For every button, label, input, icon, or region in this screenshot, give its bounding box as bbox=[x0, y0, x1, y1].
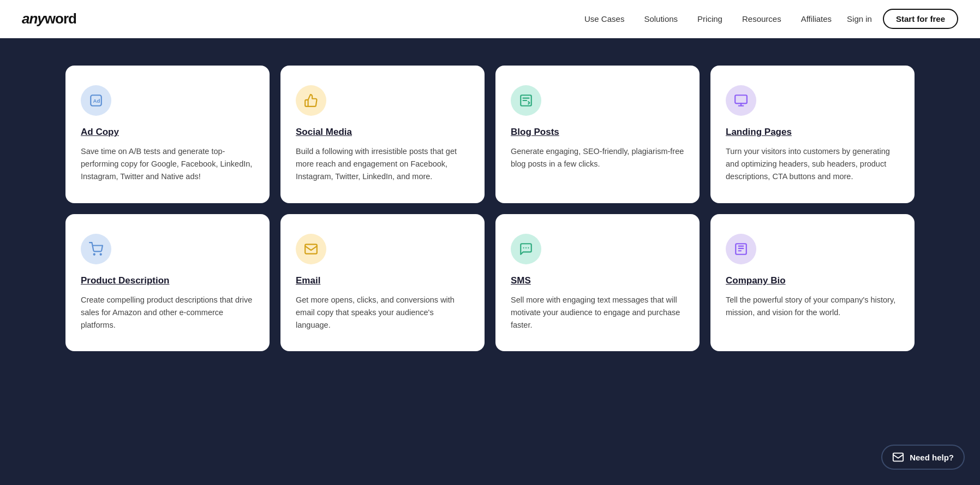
card-social-media: Social MediaBuild a following with irres… bbox=[280, 66, 485, 203]
ad-copy-icon-wrap: Ad bbox=[81, 85, 111, 116]
social-media-icon-wrap bbox=[296, 85, 326, 116]
blog-posts-icon-wrap bbox=[511, 85, 541, 116]
card-company-bio: Company BioTell the powerful story of yo… bbox=[710, 214, 915, 352]
company-bio-description: Tell the powerful story of your company'… bbox=[726, 294, 899, 319]
nav-solutions[interactable]: Solutions bbox=[644, 14, 678, 23]
blog-posts-description: Generate engaging, SEO-friendly, plagiar… bbox=[511, 145, 684, 170]
social-media-title[interactable]: Social Media bbox=[296, 127, 469, 138]
landing-pages-icon-wrap bbox=[726, 85, 756, 116]
social-media-description: Build a following with irresistible post… bbox=[296, 145, 469, 184]
svg-rect-3 bbox=[735, 95, 747, 103]
company-bio-title[interactable]: Company Bio bbox=[726, 275, 899, 286]
svg-rect-8 bbox=[893, 453, 903, 462]
email-description: Get more opens, clicks, and conversions … bbox=[296, 294, 469, 332]
nav-pricing[interactable]: Pricing bbox=[697, 14, 722, 23]
svg-text:Ad: Ad bbox=[93, 98, 100, 104]
ad-copy-title[interactable]: Ad Copy bbox=[81, 127, 254, 138]
mail-icon bbox=[892, 451, 904, 463]
start-free-button[interactable]: Start for free bbox=[883, 9, 958, 29]
card-landing-pages: Landing PagesTurn your visitors into cus… bbox=[710, 66, 915, 203]
company-bio-icon-wrap bbox=[726, 234, 756, 264]
nav-affiliates[interactable]: Affiliates bbox=[801, 14, 832, 23]
email-title[interactable]: Email bbox=[296, 275, 469, 286]
nav-use-cases[interactable]: Use Cases bbox=[584, 14, 624, 23]
svg-point-5 bbox=[100, 253, 101, 255]
product-description-icon-wrap bbox=[81, 234, 111, 264]
main-content: Ad Ad CopySave time on A/B tests and gen… bbox=[0, 38, 980, 485]
cards-grid: Ad Ad CopySave time on A/B tests and gen… bbox=[65, 66, 915, 351]
card-email: EmailGet more opens, clicks, and convers… bbox=[280, 214, 485, 352]
navbar: anyword Use Cases Solutions Pricing Reso… bbox=[0, 0, 980, 38]
card-sms: SMSSell more with engaging text messages… bbox=[495, 214, 700, 352]
nav-links: Use Cases Solutions Pricing Resources Af… bbox=[584, 14, 832, 23]
sms-title[interactable]: SMS bbox=[511, 275, 684, 286]
email-icon-wrap bbox=[296, 234, 326, 264]
help-widget-label: Need help? bbox=[910, 453, 954, 462]
sms-description: Sell more with engaging text messages th… bbox=[511, 294, 684, 332]
svg-point-4 bbox=[94, 253, 95, 255]
card-ad-copy: Ad Ad CopySave time on A/B tests and gen… bbox=[65, 66, 270, 203]
product-description-title[interactable]: Product Description bbox=[81, 275, 254, 286]
sms-icon-wrap bbox=[511, 234, 541, 264]
svg-rect-6 bbox=[305, 244, 317, 253]
landing-pages-description: Turn your visitors into customers by gen… bbox=[726, 145, 899, 184]
nav-resources[interactable]: Resources bbox=[742, 14, 781, 23]
logo: anyword bbox=[22, 10, 76, 27]
card-blog-posts: Blog PostsGenerate engaging, SEO-friendl… bbox=[495, 66, 700, 203]
product-description-description: Create compelling product descriptions t… bbox=[81, 294, 254, 332]
sign-in-link[interactable]: Sign in bbox=[847, 14, 872, 23]
ad-copy-description: Save time on A/B tests and generate top-… bbox=[81, 145, 254, 184]
help-widget[interactable]: Need help? bbox=[881, 445, 965, 470]
card-product-description: Product DescriptionCreate compelling pro… bbox=[65, 214, 270, 352]
blog-posts-title[interactable]: Blog Posts bbox=[511, 127, 684, 138]
landing-pages-title[interactable]: Landing Pages bbox=[726, 127, 899, 138]
